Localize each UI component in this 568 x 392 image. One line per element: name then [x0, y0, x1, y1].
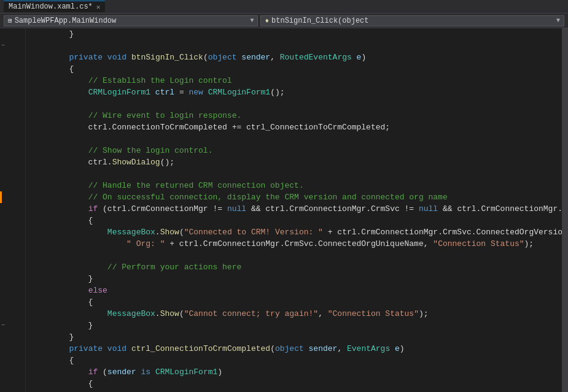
gutter-13	[0, 168, 25, 180]
code-line-15: // On successful connection, display the…	[31, 191, 562, 203]
code-line-8: // Wire event to login response.	[31, 110, 562, 121]
nav-bar: ⊞ SampleWPFApp.MainWindow ▼ ♦ btnSignIn_…	[0, 13, 568, 28]
code-line-30: if (sender is CRMLoginForm1)	[31, 366, 562, 378]
gutter-22	[0, 273, 25, 285]
tab-close-button[interactable]: ✕	[96, 3, 101, 11]
code-line-18: MessageBox.Show("Connected to CRM! Versi…	[31, 226, 562, 238]
class-dropdown-label: SampleWPFApp.MainWindow	[15, 17, 117, 25]
gutter-24	[0, 296, 25, 308]
code-line-24: {	[31, 296, 562, 308]
class-dropdown[interactable]: ⊞ SampleWPFApp.MainWindow ▼	[4, 15, 258, 26]
code-line-2	[31, 40, 562, 52]
code-line-19: " Org: " + ctrl.CrmConnectionMgr.CrmSvc.…	[31, 238, 562, 250]
code-line-9: ctrl.ConnectionToCrmCompleted += ctrl_Co…	[31, 121, 562, 133]
gutter-8	[0, 110, 25, 121]
gutter-7	[0, 98, 25, 110]
gutter-27	[0, 331, 25, 343]
editor-container: − −	[0, 28, 568, 392]
gutter-18	[0, 226, 25, 238]
code-line-12: ctrl.ShowDialog();	[31, 156, 562, 168]
gutter-23	[0, 285, 25, 296]
code-line-6: CRMLoginForm1 ctrl = new CRMLoginForm1()…	[31, 86, 562, 98]
method-icon: ♦	[265, 17, 269, 25]
gutter-15	[0, 191, 25, 203]
vertical-scrollbar[interactable]	[562, 28, 568, 392]
method-dropdown-arrow: ▼	[556, 17, 560, 24]
gutter-10	[0, 133, 25, 145]
tab-label: MainWindow.xaml.cs*	[9, 2, 93, 11]
code-line-14: // Handle the returned CRM connection ob…	[31, 180, 562, 191]
code-line-16: if (ctrl.CrmConnectionMgr != null && ctr…	[31, 203, 562, 215]
gutter-14	[0, 180, 25, 191]
code-line-27: }	[31, 331, 562, 343]
code-line-28: private void ctrl_ConnectionToCrmComplet…	[31, 343, 562, 355]
code-line-26: }	[31, 320, 562, 331]
gutter-19	[0, 238, 25, 250]
gutter-17	[0, 215, 25, 226]
code-line-13	[31, 168, 562, 180]
gutter-11	[0, 145, 25, 156]
code-line-21: // Perform your actions here	[31, 261, 562, 273]
method-dropdown-label: btnSignIn_Click(object	[271, 17, 368, 25]
code-line-10	[31, 133, 562, 145]
code-line-25: MessageBox.Show("Cannot connect; try aga…	[31, 308, 562, 320]
code-line-20	[31, 250, 562, 261]
class-dropdown-arrow: ▼	[250, 17, 254, 24]
gutter-28	[0, 343, 25, 355]
gutter-21	[0, 261, 25, 273]
code-line-7	[31, 98, 562, 110]
gutter-6	[0, 86, 25, 98]
gutter-5	[0, 75, 25, 86]
tab-mainwindow[interactable]: MainWindow.xaml.cs* ✕	[4, 1, 105, 12]
warning-marker	[0, 191, 2, 203]
code-line-29: {	[31, 355, 562, 366]
code-line-32: this.Dispatcher.Invoke(() =>	[31, 390, 562, 392]
code-line-22: }	[31, 273, 562, 285]
code-line-4: {	[31, 63, 562, 75]
code-area[interactable]: } private void btnSignIn_Click(object se…	[26, 28, 562, 392]
method-dropdown[interactable]: ♦ btnSignIn_Click(object ▼	[260, 15, 564, 26]
class-icon: ⊞	[8, 17, 12, 25]
title-bar: MainWindow.xaml.cs* ✕	[0, 0, 568, 13]
gutter-31	[0, 378, 25, 390]
gutter-4	[0, 63, 25, 75]
code-line-11: // Show the login control.	[31, 145, 562, 156]
gutter-9	[0, 121, 25, 133]
code-line-1: }	[31, 28, 562, 40]
collapse-icon-2[interactable]: −	[1, 42, 5, 49]
gutter-1	[0, 28, 25, 40]
gutter-30	[0, 366, 25, 378]
code-line-31: {	[31, 378, 562, 390]
gutter-20	[0, 250, 25, 261]
code-line-17: {	[31, 215, 562, 226]
collapse-icon-26[interactable]: −	[1, 322, 5, 329]
code-line-23: else	[31, 285, 562, 296]
gutter-29	[0, 355, 25, 366]
gutter-12	[0, 156, 25, 168]
gutter-25	[0, 308, 25, 320]
gutter-16	[0, 203, 25, 215]
gutter-2: −	[0, 40, 25, 52]
code-line-3: private void btnSignIn_Click(object send…	[31, 52, 562, 63]
gutter-3	[0, 52, 25, 63]
gutter-26: −	[0, 320, 25, 331]
code-line-5: // Establish the Login control	[31, 75, 562, 86]
line-number-gutter: − −	[0, 28, 26, 392]
